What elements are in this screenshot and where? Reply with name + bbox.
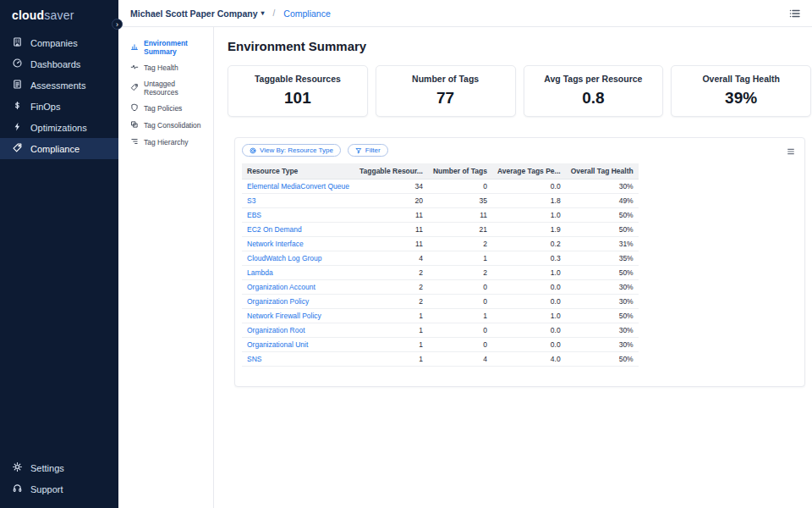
resource-type-link[interactable]: Organization Root	[242, 323, 354, 338]
resource-type-link[interactable]: EC2 On Demand	[242, 223, 354, 237]
view-by-label: View By: Resource Type	[260, 146, 333, 154]
average-tags-cell: 1.0	[492, 309, 566, 323]
table-row[interactable]: Organization Account200.030%	[242, 280, 639, 295]
table-row[interactable]: SNS144.050%	[242, 352, 639, 367]
overall-tag-health-cell: 50%	[566, 309, 639, 323]
resource-type-link[interactable]: Network Interface	[242, 237, 354, 251]
gear-icon	[12, 461, 23, 474]
overall-tag-health-cell: 30%	[566, 323, 639, 338]
main-content: Environment Summary Taggable Resources 1…	[214, 27, 812, 508]
primary-sidebar: cloudsaver Companies Dashboards Assessme…	[0, 0, 118, 508]
table-row[interactable]: S320351.849%	[242, 194, 639, 208]
table-row[interactable]: Organization Root100.030%	[242, 323, 639, 338]
table-row[interactable]: Elemental MediaConvert Queue3400.030%	[242, 179, 639, 194]
clipboard-icon	[12, 79, 23, 91]
list-menu-icon[interactable]	[788, 7, 802, 20]
number-of-tags-cell: 0	[428, 338, 492, 352]
table-row[interactable]: Organizational Unit100.030%	[242, 338, 639, 352]
table-row[interactable]: EBS11111.050%	[242, 208, 639, 223]
sidebar-item-label: Companies	[30, 38, 78, 48]
overall-tag-health-cell: 50%	[566, 352, 639, 367]
resource-type-link[interactable]: Lambda	[242, 266, 354, 280]
view-by-button[interactable]: View By: Resource Type	[242, 144, 341, 157]
gauge-icon	[12, 58, 23, 70]
column-header-resource-type[interactable]: Resource Type	[242, 163, 354, 179]
resource-type-link[interactable]: SNS	[242, 352, 354, 367]
filter-button[interactable]: Filter	[348, 144, 388, 157]
subnav-item-label: Tag Health	[144, 64, 178, 72]
table-toolbar: View By: Resource Type Filter	[242, 144, 798, 157]
sidebar-item-optimizations[interactable]: Optimizations	[0, 117, 118, 138]
column-header-overall-tag-health[interactable]: Overall Tag Health	[566, 163, 639, 179]
table-row[interactable]: Organization Policy200.030%	[242, 295, 639, 309]
sliders-icon	[250, 147, 256, 154]
stat-label: Number of Tags	[380, 74, 512, 84]
resource-type-link[interactable]: Network Firewall Policy	[242, 309, 354, 323]
resource-table: Resource Type Taggable Resour... Number …	[242, 163, 639, 367]
average-tags-cell: 0.3	[492, 251, 566, 266]
subnav-item-untagged-resources[interactable]: Untagged Resources	[118, 76, 213, 100]
number-of-tags-cell: 0	[428, 179, 492, 194]
logo-cloud: cloud	[12, 8, 44, 22]
overall-tag-health-cell: 30%	[566, 338, 639, 352]
subnav-item-tag-consolidation[interactable]: Tag Consolidation	[118, 117, 213, 134]
table-row[interactable]: Network Firewall Policy111.050%	[242, 309, 639, 323]
number-of-tags-cell: 4	[428, 352, 492, 367]
resource-type-link[interactable]: Organization Account	[242, 280, 354, 295]
resource-type-link[interactable]: Elemental MediaConvert Queue	[242, 179, 354, 194]
sidebar-item-label: Compliance	[30, 144, 80, 154]
table-row[interactable]: Network Interface1120.231%	[242, 237, 639, 251]
subnav-item-tag-policies[interactable]: Tag Policies	[118, 100, 213, 117]
breadcrumb-page[interactable]: Compliance	[283, 8, 330, 19]
sidebar-item-label: Settings	[30, 463, 64, 473]
overall-tag-health-cell: 30%	[566, 295, 639, 309]
taggable-resources-cell: 1	[354, 309, 428, 323]
app-window: cloudsaver Companies Dashboards Assessme…	[0, 0, 812, 508]
resource-type-link[interactable]: Organizational Unit	[242, 338, 354, 352]
average-tags-cell: 4.0	[492, 352, 566, 367]
company-selector[interactable]: Michael Scott Paper Company ▾	[130, 8, 265, 19]
average-tags-cell: 1.8	[492, 194, 566, 208]
taggable-resources-cell: 2	[354, 295, 428, 309]
resource-type-link[interactable]: S3	[242, 194, 354, 208]
table-options-icon[interactable]	[786, 145, 796, 155]
table-row[interactable]: EC2 On Demand11211.950%	[242, 223, 639, 237]
sidebar-item-dashboards[interactable]: Dashboards	[0, 53, 118, 75]
sidebar-item-support[interactable]: Support	[0, 478, 118, 500]
subnav-item-tag-hierarchy[interactable]: Tag Hierarchy	[118, 134, 213, 151]
sidebar-collapse-button[interactable]: ›	[112, 19, 123, 30]
number-of-tags-cell: 1	[428, 309, 492, 323]
number-of-tags-cell: 0	[428, 280, 492, 295]
average-tags-cell: 0.0	[492, 280, 566, 295]
sidebar-item-compliance[interactable]: Compliance	[0, 138, 118, 159]
main-region: Michael Scott Paper Company ▾ / Complian…	[118, 0, 812, 508]
company-name: Michael Scott Paper Company	[130, 8, 258, 19]
table-row[interactable]: CloudWatch Log Group410.335%	[242, 251, 639, 266]
overall-tag-health-cell: 50%	[566, 208, 639, 223]
stat-value: 77	[380, 89, 512, 108]
sidebar-item-label: Dashboards	[30, 59, 80, 69]
hierarchy-icon	[130, 137, 139, 147]
sidebar-item-assessments[interactable]: Assessments	[0, 75, 118, 96]
taggable-resources-cell: 1	[354, 338, 428, 352]
number-of-tags-cell: 0	[428, 295, 492, 309]
subnav-item-tag-health[interactable]: Tag Health	[118, 59, 213, 76]
number-of-tags-cell: 21	[428, 223, 492, 237]
table-row[interactable]: Lambda221.050%	[242, 266, 639, 280]
number-of-tags-cell: 11	[428, 208, 492, 223]
taggable-resources-cell: 11	[354, 208, 428, 223]
column-header-average-tags[interactable]: Average Tags Pe...	[492, 163, 566, 179]
column-header-taggable-resources[interactable]: Taggable Resour...	[354, 163, 428, 179]
resource-type-link[interactable]: CloudWatch Log Group	[242, 251, 354, 266]
sidebar-item-label: Support	[30, 484, 63, 494]
resource-type-link[interactable]: EBS	[242, 208, 354, 223]
resource-type-link[interactable]: Organization Policy	[242, 295, 354, 309]
column-header-number-of-tags[interactable]: Number of Tags	[428, 163, 492, 179]
stat-card-overall-tag-health: Overall Tag Health 39%	[671, 65, 811, 117]
sidebar-item-companies[interactable]: Companies	[0, 32, 118, 53]
sidebar-item-finops[interactable]: FinOps	[0, 96, 118, 117]
subnav-item-environment-summary[interactable]: Environment Summary	[118, 36, 213, 59]
topbar: Michael Scott Paper Company ▾ / Complian…	[118, 0, 812, 27]
sidebar-item-settings[interactable]: Settings	[0, 457, 118, 478]
taggable-resources-cell: 1	[354, 323, 428, 338]
